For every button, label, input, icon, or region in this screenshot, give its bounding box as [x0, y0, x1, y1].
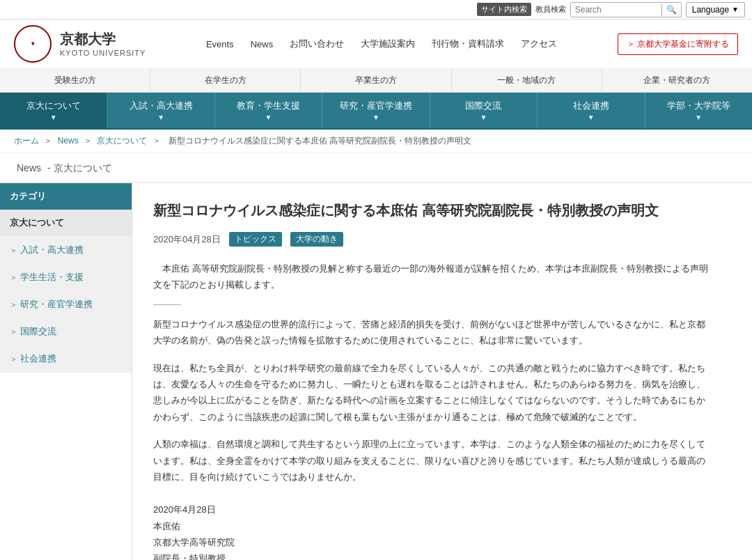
search-box[interactable]: 🔍	[570, 2, 682, 17]
article-footer: 2020年4月28日 本庶佑 京都大学高等研究院 副院長・特別教授	[153, 501, 710, 560]
news-title-bar: News - 京大について	[0, 153, 752, 183]
search-button[interactable]: 🔍	[661, 3, 681, 16]
news-section-title: News	[17, 162, 41, 173]
secondary-nav-general[interactable]: 一般・地域の方	[452, 69, 602, 92]
nav-contact[interactable]: お問い合わせ	[290, 38, 344, 50]
nav-publications[interactable]: 刊行物・資料請求	[432, 38, 504, 50]
article-footer-date: 2020年4月28日	[153, 501, 710, 518]
donate-button[interactable]: ＞ 京都大学基金に寄附する	[618, 33, 738, 55]
chevron-right-icon: ＞	[10, 355, 17, 363]
article-footer-title: 副院長・特別教授	[153, 550, 710, 560]
chevron-right-icon: ＞	[10, 300, 17, 309]
article-paragraph-2: 現在は、私たち全員が、とりわけ科学研究の最前線で全力を尽くしている人々が、この共…	[153, 360, 710, 426]
sidebar-item-admissions[interactable]: ＞入試・高大連携	[0, 237, 132, 264]
mainnav-international[interactable]: 国際交流 ▼	[430, 93, 538, 128]
article-paragraph-3: 人類の幸福は、自然環境と調和して共生するという原理の上に立っています。本学は、こ…	[153, 436, 710, 485]
chevron-down-icon: ▼	[325, 114, 426, 121]
secondary-nav-students[interactable]: 在学生の方	[150, 69, 301, 92]
chevron-down-icon: ▼	[3, 114, 104, 121]
main-content: 新型コロナウイルス感染症に関する本庶佑 高等研究院副院長・特別教授の声明文 20…	[132, 183, 731, 560]
breadcrumb-current: 新型コロナウイルス感染症に関する本庶佑 高等研究院副院長・特別教授の声明文	[169, 136, 471, 146]
breadcrumb-news[interactable]: News	[58, 136, 79, 146]
language-button[interactable]: Language ▼	[686, 2, 745, 17]
breadcrumb-sep: ＞	[84, 136, 92, 146]
article-body: 本庶佑 高等研究院副院長・特別教授の見解と称する最近の一部の海外報道が誤解を招く…	[153, 260, 710, 560]
sidebar-category-title: カテゴリ	[0, 183, 132, 210]
mainnav-education[interactable]: 教育・学生支援 ▼	[215, 93, 322, 128]
breadcrumb: ホーム ＞ News ＞ 京大について ＞ 新型コロナウイルス感染症に関する本庶…	[0, 130, 752, 153]
secondary-nav: 受験生の方 在学生の方 卒業生の方 一般・地域の方 企業・研究者の方	[0, 69, 752, 93]
logo-text: 京都大学 KYOTO UNIVERSITY	[60, 30, 146, 58]
nav-access[interactable]: アクセス	[521, 38, 557, 50]
article-intro: 本庶佑 高等研究院副院長・特別教授の見解と称する最近の一部の海外報道が誤解を招く…	[153, 260, 710, 293]
secondary-nav-prospective[interactable]: 受験生の方	[0, 69, 150, 92]
mainnav-admissions[interactable]: 入試・高大連携 ▼	[107, 93, 214, 128]
search-input[interactable]	[571, 3, 661, 16]
top-bar: サイト内検索 教員検索 🔍 Language ▼	[0, 0, 752, 20]
nav-facilities[interactable]: 大学施設案内	[361, 38, 415, 50]
article-tag-topics: トピックス	[229, 232, 282, 247]
article-title: 新型コロナウイルス感染症に関する本庶佑 高等研究院副院長・特別教授の声明文	[153, 200, 710, 221]
mainnav-departments[interactable]: 学部・大学院等 ▼	[645, 93, 752, 128]
sidebar-item-social[interactable]: ＞社会連携	[0, 345, 132, 373]
sidebar: カテゴリ 京大について ＞入試・高大連携 ＞学生生活・支援 ＞研究・産官学連携 …	[0, 183, 132, 560]
breadcrumb-about[interactable]: 京大について	[97, 136, 147, 146]
chevron-down-icon: ▼	[110, 114, 211, 121]
mainnav-research[interactable]: 研究・産官学連携 ▼	[322, 93, 430, 128]
article-tag-university: 大学の動き	[290, 232, 343, 247]
article-footer-org: 京都大学高等研究院	[153, 534, 710, 550]
chevron-right-icon: ＞	[10, 327, 17, 336]
university-name-jp: 京都大学	[60, 30, 146, 48]
site-search-label: サイト内検索	[477, 3, 531, 16]
chevron-down-icon: ▼	[732, 6, 739, 13]
chevron-down-icon: ▼	[540, 114, 641, 121]
breadcrumb-sep: ＞	[152, 136, 161, 146]
chevron-right-icon: ＞	[10, 246, 17, 254]
chevron-down-icon: ▼	[433, 114, 534, 121]
article-footer-name: 本庶佑	[153, 518, 710, 534]
breadcrumb-home[interactable]: ホーム	[14, 136, 39, 146]
sidebar-item-about[interactable]: 京大について	[0, 210, 132, 237]
nav-news[interactable]: News	[251, 39, 274, 49]
article-meta: 2020年04月28日 トピックス 大学の動き	[153, 232, 710, 247]
mainnav-social[interactable]: 社会連携 ▼	[538, 93, 645, 128]
logo-area: ⚜ 京都大学 KYOTO UNIVERSITY	[14, 25, 146, 63]
article-divider	[153, 304, 181, 305]
chevron-down-icon: ▼	[648, 114, 749, 121]
article-paragraph-1: 新型コロナウイルス感染症の世界的流行によって、苦痛と経済的損失を受け、前例がない…	[153, 316, 710, 349]
nav-events[interactable]: Events	[206, 39, 234, 49]
university-logo: ⚜	[14, 25, 52, 63]
sidebar-item-research[interactable]: ＞研究・産官学連携	[0, 291, 132, 318]
university-name-en: KYOTO UNIVERSITY	[60, 48, 146, 58]
secondary-nav-researchers[interactable]: 企業・研究者の方	[602, 69, 752, 92]
article-date: 2020年04月28日	[153, 233, 221, 246]
main-nav-bar: 京大について ▼ 入試・高大連携 ▼ 教育・学生支援 ▼ 研究・産官学連携 ▼ …	[0, 93, 752, 130]
header-nav: Events News お問い合わせ 大学施設案内 刊行物・資料請求 アクセス	[206, 38, 557, 50]
header: ⚜ 京都大学 KYOTO UNIVERSITY Events News お問い合…	[0, 20, 752, 69]
content-area: カテゴリ 京大について ＞入試・高大連携 ＞学生生活・支援 ＞研究・産官学連携 …	[0, 183, 752, 560]
breadcrumb-sep: ＞	[44, 136, 52, 146]
chevron-down-icon: ▼	[218, 114, 319, 121]
faculty-search-label: 教員検索	[535, 4, 566, 15]
secondary-nav-alumni[interactable]: 卒業生の方	[301, 69, 451, 92]
news-section-subtitle: - 京大について	[47, 162, 112, 173]
chevron-right-icon: ＞	[10, 273, 17, 281]
sidebar-item-student-life[interactable]: ＞学生生活・支援	[0, 264, 132, 291]
sidebar-item-international[interactable]: ＞国際交流	[0, 318, 132, 345]
mainnav-about[interactable]: 京大について ▼	[0, 93, 107, 128]
